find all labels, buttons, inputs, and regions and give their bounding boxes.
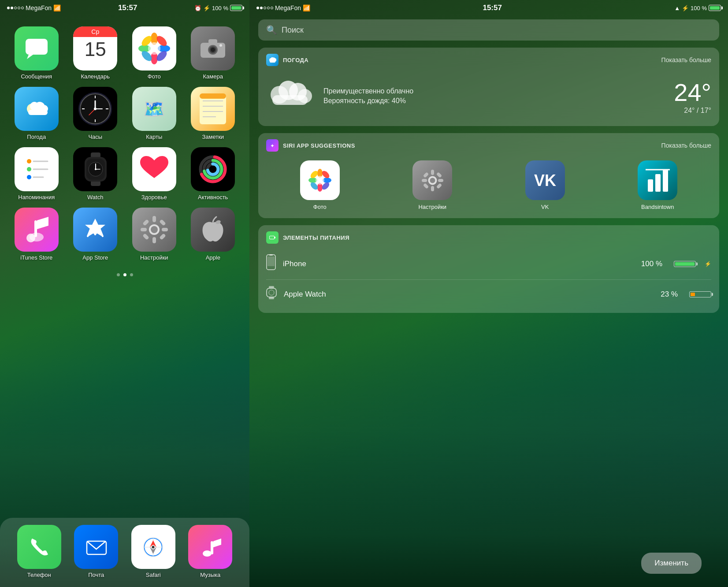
activity-label: Активность [198,194,228,201]
iphone-percent: 100 % [641,260,662,268]
app-activity[interactable]: Активность [187,147,239,201]
app-photos[interactable]: Фото [128,26,180,80]
r-dot-1 [256,7,259,9]
mail-dock-label: Почта [88,572,104,578]
app-camera[interactable]: Камера [187,26,239,80]
r-dot-3 [264,7,266,9]
dock-phone[interactable]: Телефон [17,525,61,578]
app-grid: Сообщения Ср 15 Календарь [0,18,249,270]
svg-rect-121 [663,170,668,192]
weather-widget-title: ПОГОДА [283,57,308,63]
phone-dock-label: Телефон [27,572,51,578]
weather-header: ПОГОДА Показать больше [258,48,719,71]
svg-point-11 [148,42,160,55]
battery-icon [230,5,242,11]
app-health[interactable]: Здоровье [128,147,180,201]
camera-icon [191,26,235,71]
svg-point-64 [26,234,35,242]
page-dot-2 [123,273,126,276]
svg-text:VK: VK [534,171,556,189]
svg-rect-112 [422,179,427,182]
app-itunes[interactable]: iTunes Store [11,208,63,261]
calendar-day: 15 [73,37,117,62]
app-clock[interactable]: Часы [70,87,122,140]
siri-vk-label: VK [541,204,549,210]
siri-app-vk[interactable]: VK VK [491,160,599,210]
phone-dock-icon [17,525,61,569]
svg-rect-125 [270,236,274,239]
svg-rect-113 [438,179,443,182]
app-notes[interactable]: Заметки [187,87,239,140]
siri-photos-label: Фото [313,204,327,210]
photos-icon [132,26,176,71]
app-weather[interactable]: Погода [11,87,63,140]
cloud-icon [266,75,315,117]
clock-label: Часы [88,134,102,140]
siri-header-left: ✦ SIRI APP SUGGESTIONS [266,139,355,152]
dock-mail[interactable]: Почта [74,525,118,578]
svg-rect-0 [26,39,48,55]
siri-settings-icon [412,160,452,200]
battery-watch-row: Apple Watch 23 % [266,280,711,308]
bluetooth-icon: ⚡ [203,5,210,11]
temp-main: 24° [674,78,711,107]
mail-dock-icon [74,525,118,569]
r-dot-5 [271,7,273,9]
svg-point-32 [94,108,97,110]
dock-safari[interactable]: Safari [131,525,175,578]
appstore-label: App Store [82,254,108,261]
search-bar[interactable]: 🔍 Поиск [258,19,719,41]
weather-body: Преимущественно облачно Вероятность дожд… [258,71,719,126]
time-display: 15:57 [118,4,137,12]
activity-icon [191,147,235,191]
app-apple[interactable]: Apple [187,208,239,261]
siri-widget: ✦ SIRI APP SUGGESTIONS Показать больше [258,133,719,218]
calendar-icon: Ср 15 [73,26,117,71]
app-watch[interactable]: Watch [70,147,122,201]
svg-rect-68 [152,237,156,243]
svg-rect-16 [208,39,217,44]
status-left: MegaFon 📶 [7,4,61,11]
svg-rect-85 [211,541,213,554]
appstore-icon [73,208,117,252]
svg-rect-74 [159,219,166,226]
weather-show-more[interactable]: Показать больше [661,56,711,63]
photos-label: Фото [148,73,161,80]
svg-rect-67 [152,216,156,222]
app-reminders[interactable]: Напоминания [11,147,63,201]
settings-icon [132,208,176,252]
siri-bandsintown-icon [638,160,677,200]
svg-rect-117 [436,172,442,178]
app-settings[interactable]: Настройки [128,208,180,261]
apple-icon [191,208,235,252]
svg-point-17 [219,44,222,47]
svg-rect-72 [159,233,166,240]
app-maps[interactable]: 🗺️ Карты [128,87,180,140]
watch-device-name: Apple Watch [284,290,654,299]
siri-photos-icon [300,160,340,200]
siri-show-more[interactable]: Показать больше [661,142,711,149]
weather-app-label: Погода [27,134,46,140]
app-calendar[interactable]: Ср 15 Календарь [70,26,122,80]
siri-app-bandsintown[interactable]: Bandsintown [604,160,712,210]
weather-header-left: ПОГОДА [266,54,308,66]
battery-header-left: ЭЛЕМЕНТЫ ПИТАНИЯ [266,231,349,244]
svg-rect-111 [431,186,434,191]
app-messages[interactable]: Сообщения [11,26,63,80]
svg-marker-1 [27,55,33,59]
siri-app-settings[interactable]: Настройки [379,160,487,210]
dock: Телефон Почта Safari [0,518,249,587]
health-icon [132,147,176,191]
siri-app-photos[interactable]: Фото [266,160,374,210]
r-wifi-icon: 📶 [303,4,310,11]
modify-button[interactable]: Изменить [641,553,702,574]
svg-point-132 [269,290,274,295]
battery-widget-icon [266,231,279,244]
r-status-right: ▲ ⚡ 100 % [674,5,721,11]
dock-music[interactable]: Музыка [188,525,232,578]
r-carrier: MegaFon [275,4,301,11]
safari-dock-icon [131,525,175,569]
weather-info: Преимущественно облачно Вероятность дожд… [323,87,665,105]
app-appstore[interactable]: App Store [70,208,122,261]
status-right: ⏰ ⚡ 100 % [194,5,242,11]
